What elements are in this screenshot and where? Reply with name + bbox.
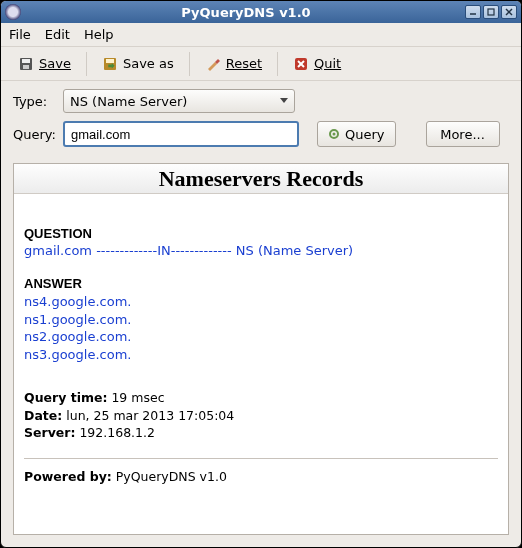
quit-label: Quit xyxy=(314,56,341,71)
query-form: Type: NS (Name Server) Query: Query More… xyxy=(1,81,521,161)
svg-rect-5 xyxy=(22,59,30,63)
window-title: PyQueryDNS v1.0 xyxy=(27,5,465,20)
query-label: Query: xyxy=(13,127,57,142)
svg-rect-1 xyxy=(488,9,494,15)
more-button-label: More... xyxy=(440,127,485,142)
powered-value: PyQueryDNS v1.0 xyxy=(116,469,227,484)
type-value: NS (Name Server) xyxy=(70,94,187,109)
query-button-label: Query xyxy=(345,127,385,142)
answer-item: ns1.google.com. xyxy=(24,311,498,329)
minimize-button[interactable] xyxy=(465,5,481,19)
chevron-down-icon xyxy=(280,98,288,104)
question-type: NS (Name Server) xyxy=(236,243,353,258)
save-icon xyxy=(18,56,34,72)
results-heading: Nameservers Records xyxy=(14,164,508,194)
more-button[interactable]: More... xyxy=(426,121,500,147)
run-icon xyxy=(328,128,340,140)
results-panel: Nameservers Records QUESTION gmail.com -… xyxy=(13,163,509,535)
menu-edit[interactable]: Edit xyxy=(45,27,70,42)
answers-list: ns4.google.com. ns1.google.com. ns2.goog… xyxy=(24,293,498,363)
query-time-label: Query time: xyxy=(24,390,107,405)
server-label: Server: xyxy=(24,425,75,440)
app-icon xyxy=(5,4,21,20)
query-input[interactable] xyxy=(63,121,299,147)
reset-label: Reset xyxy=(226,56,262,71)
quit-icon xyxy=(293,56,309,72)
maximize-button[interactable] xyxy=(483,5,499,19)
query-button[interactable]: Query xyxy=(317,121,396,147)
question-line: gmail.com -------------IN------------- N… xyxy=(24,243,498,258)
save-as-label: Save as xyxy=(123,56,174,71)
answer-item: ns4.google.com. xyxy=(24,293,498,311)
query-time: 19 msec xyxy=(111,390,164,405)
answer-item: ns3.google.com. xyxy=(24,346,498,364)
date-value: lun, 25 mar 2013 17:05:04 xyxy=(66,408,234,423)
separator xyxy=(86,52,87,76)
type-select[interactable]: NS (Name Server) xyxy=(63,89,295,113)
reset-icon xyxy=(205,56,221,72)
svg-rect-6 xyxy=(23,65,29,69)
answer-item: ns2.google.com. xyxy=(24,328,498,346)
save-as-button[interactable]: Save as xyxy=(93,52,183,76)
maximize-icon xyxy=(487,8,495,16)
svg-point-13 xyxy=(333,133,336,136)
save-label: Save xyxy=(39,56,71,71)
divider xyxy=(24,458,498,459)
app-window: PyQueryDNS v1.0 File Edit Help Save Save… xyxy=(0,0,522,548)
quit-button[interactable]: Quit xyxy=(284,52,350,76)
date-label: Date: xyxy=(24,408,62,423)
titlebar: PyQueryDNS v1.0 xyxy=(1,1,521,23)
answer-label: ANSWER xyxy=(24,276,498,291)
question-name: gmail.com xyxy=(24,243,92,258)
reset-button[interactable]: Reset xyxy=(196,52,271,76)
close-icon xyxy=(505,8,513,16)
toolbar: Save Save as Reset Quit xyxy=(1,47,521,81)
powered-label: Powered by: xyxy=(24,469,112,484)
svg-rect-8 xyxy=(106,59,114,63)
meta-block: Query time: 19 msec Date: lun, 25 mar 20… xyxy=(24,389,498,442)
separator xyxy=(277,52,278,76)
save-button[interactable]: Save xyxy=(9,52,80,76)
question-sep: -------------IN------------- xyxy=(92,243,236,258)
minimize-icon xyxy=(469,8,477,16)
menu-file[interactable]: File xyxy=(9,27,31,42)
separator xyxy=(189,52,190,76)
menubar: File Edit Help xyxy=(1,23,521,47)
save-as-icon xyxy=(102,56,118,72)
close-button[interactable] xyxy=(501,5,517,19)
powered-by: Powered by: PyQueryDNS v1.0 xyxy=(24,469,498,484)
server-value: 192.168.1.2 xyxy=(79,425,155,440)
type-label: Type: xyxy=(13,94,57,109)
question-label: QUESTION xyxy=(24,226,498,241)
menu-help[interactable]: Help xyxy=(84,27,114,42)
